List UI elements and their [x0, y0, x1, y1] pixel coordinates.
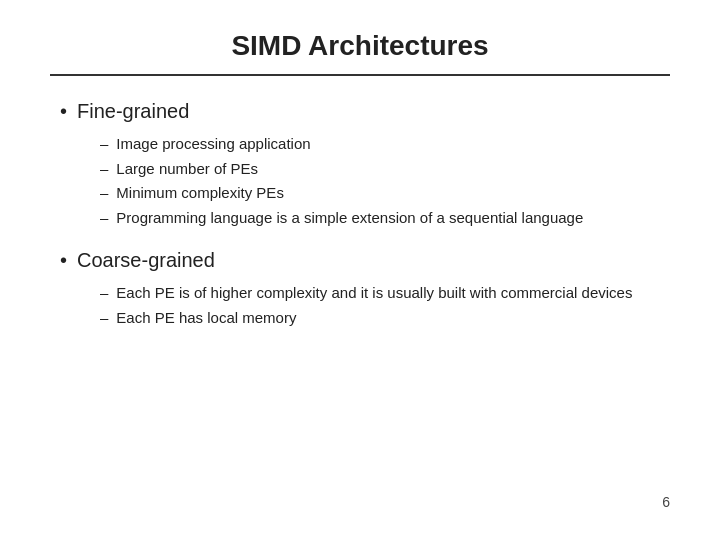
sub-text: Each PE has local memory — [116, 307, 296, 330]
sub-text: Image processing application — [116, 133, 310, 156]
list-item: – Image processing application — [100, 133, 670, 156]
dash-icon: – — [100, 207, 108, 230]
sub-text: Each PE is of higher complexity and it i… — [116, 282, 632, 305]
fine-grained-label: Fine-grained — [77, 100, 189, 123]
dash-icon: – — [100, 182, 108, 205]
coarse-grained-label: Coarse-grained — [77, 249, 215, 272]
sub-text: Large number of PEs — [116, 158, 258, 181]
content-area: • Fine-grained – Image processing applic… — [50, 100, 670, 484]
fine-grained-section: • Fine-grained – Image processing applic… — [60, 100, 670, 229]
dash-icon: – — [100, 282, 108, 305]
list-item: – Large number of PEs — [100, 158, 670, 181]
slide-title: SIMD Architectures — [231, 30, 488, 61]
bullet-dot-1: • — [60, 101, 67, 121]
list-item: – Minimum complexity PEs — [100, 182, 670, 205]
title-area: SIMD Architectures — [50, 30, 670, 76]
list-item: – Programming language is a simple exten… — [100, 207, 670, 230]
bullet-dot-2: • — [60, 250, 67, 270]
list-item: – Each PE has local memory — [100, 307, 670, 330]
slide: SIMD Architectures • Fine-grained – Imag… — [0, 0, 720, 540]
list-item: – Each PE is of higher complexity and it… — [100, 282, 670, 305]
dash-icon: – — [100, 158, 108, 181]
fine-grained-sub-bullets: – Image processing application – Large n… — [60, 133, 670, 229]
dash-icon: – — [100, 133, 108, 156]
coarse-grained-bullet: • Coarse-grained — [60, 249, 670, 272]
slide-number: 6 — [50, 484, 670, 510]
sub-text: Minimum complexity PEs — [116, 182, 284, 205]
coarse-grained-sub-bullets: – Each PE is of higher complexity and it… — [60, 282, 670, 329]
dash-icon: – — [100, 307, 108, 330]
fine-grained-bullet: • Fine-grained — [60, 100, 670, 123]
sub-text: Programming language is a simple extensi… — [116, 207, 583, 230]
coarse-grained-section: • Coarse-grained – Each PE is of higher … — [60, 249, 670, 329]
